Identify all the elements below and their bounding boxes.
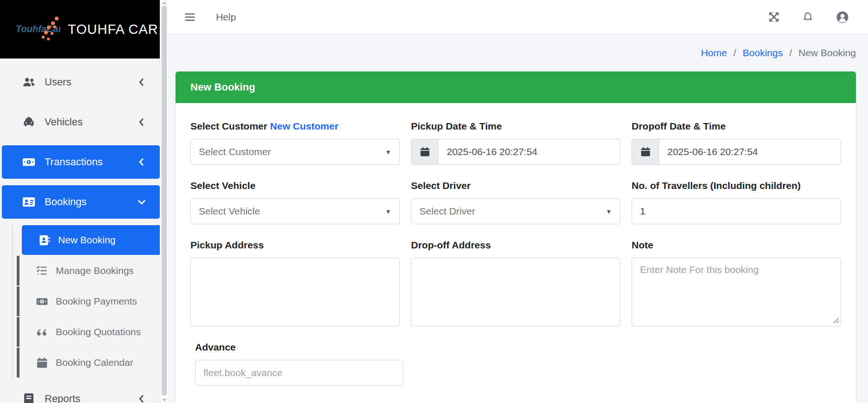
breadcrumb: Home / Bookings / New Booking	[176, 46, 856, 60]
breadcrumb-bookings[interactable]: Bookings	[743, 47, 783, 58]
select-driver-label: Select Driver	[411, 180, 620, 191]
scrollbar-up-arrow[interactable]	[162, 1, 167, 4]
note-group: Note	[632, 240, 841, 326]
breadcrumb-home[interactable]: Home	[701, 47, 727, 58]
breadcrumb-current: New Booking	[798, 47, 856, 58]
chevron-down-icon	[137, 197, 147, 207]
travellers-group: No. of Travellers (Including children)	[632, 180, 841, 224]
sidebar-item-reports[interactable]: Reports	[2, 382, 160, 403]
dropoff-address-group: Drop-off Address	[411, 240, 620, 326]
menu-toggle-button[interactable]	[183, 11, 196, 24]
select-vehicle-label: Select Vehicle	[190, 180, 400, 191]
calendar-icon[interactable]	[411, 139, 438, 165]
pickup-datetime-label: Pickup Date & Time	[411, 121, 620, 132]
breadcrumb-separator: /	[789, 47, 792, 58]
fullscreen-icon[interactable]	[768, 11, 780, 23]
chevron-left-icon	[137, 77, 147, 87]
select-driver-group: Select Driver Select Driver	[411, 180, 620, 224]
sidebar-item-manage-bookings[interactable]: Manage Bookings	[17, 256, 160, 286]
sidebar-item-booking-payments[interactable]: Booking Payments	[17, 286, 160, 316]
select-vehicle-dropdown[interactable]: Select Vehicle	[190, 198, 400, 224]
select-customer-group: Select Customer New Customer Select Cust…	[190, 121, 400, 165]
report-icon	[21, 391, 36, 403]
pickup-datetime-input[interactable]	[438, 139, 620, 165]
calendar-icon	[35, 355, 48, 370]
brand-logo: TouhfaCar	[16, 13, 60, 45]
scrollbar-down-arrow[interactable]	[162, 399, 167, 402]
bookings-submenu: New Booking Manage Bookings Booking Paym…	[0, 225, 160, 377]
car-icon	[21, 115, 36, 130]
advance-label: Advance	[195, 342, 841, 353]
dropoff-address-label: Drop-off Address	[411, 240, 620, 251]
pickup-address-textarea[interactable]	[190, 258, 400, 326]
address-book-icon	[38, 233, 51, 247]
topbar-actions	[768, 10, 849, 24]
card-body: Select Customer New Customer Select Cust…	[176, 103, 856, 403]
card-title: New Booking	[176, 72, 856, 103]
chevron-left-icon	[137, 157, 147, 167]
chevron-left-icon	[137, 117, 147, 127]
note-textarea[interactable]	[632, 258, 841, 326]
dropoff-datetime-label: Dropoff Date & Time	[632, 121, 841, 132]
scrollbar-thumb[interactable]	[162, 6, 167, 396]
brand-header[interactable]: TouhfaCar TOUHFA CAR	[0, 0, 160, 58]
sidebar-nav: Users Vehicles Transactions	[0, 58, 160, 403]
chevron-left-icon	[137, 394, 147, 403]
money-bill-icon	[21, 155, 36, 169]
select-customer-label: Select Customer New Customer	[190, 121, 400, 132]
new-customer-link[interactable]: New Customer	[270, 121, 339, 131]
sidebar-item-new-booking[interactable]: New Booking	[22, 225, 160, 255]
dropoff-datetime-input[interactable]	[659, 139, 841, 165]
quote-icon	[35, 325, 48, 339]
app-window: TouhfaCar TOUHFA CAR Users	[0, 0, 868, 403]
users-icon	[21, 75, 36, 90]
svg-text:TouhfaCar: TouhfaCar	[16, 24, 60, 34]
select-driver-dropdown[interactable]: Select Driver	[411, 198, 620, 224]
money-bill-icon	[35, 294, 48, 309]
main-area: Help Home / Bookings / New Booking New B…	[168, 0, 868, 403]
new-booking-card: New Booking Select Customer New Customer…	[176, 72, 856, 403]
user-avatar-icon[interactable]	[835, 10, 849, 24]
brand-name: TOUHFA CAR	[68, 22, 158, 37]
pickup-address-label: Pickup Address	[190, 240, 400, 251]
sidebar: TouhfaCar TOUHFA CAR Users	[0, 0, 160, 403]
sidebar-item-booking-calendar[interactable]: Booking Calendar	[17, 348, 160, 377]
calendar-icon[interactable]	[632, 139, 659, 165]
sidebar-scrollbar[interactable]	[160, 0, 168, 403]
sidebar-item-users[interactable]: Users	[2, 65, 160, 99]
id-card-icon	[21, 195, 36, 209]
dropoff-datetime-group: Dropoff Date & Time	[632, 121, 841, 165]
select-customer-dropdown[interactable]: Select Customer	[190, 139, 400, 165]
help-link[interactable]: Help	[216, 12, 236, 23]
notifications-bell-icon[interactable]	[802, 11, 814, 23]
advance-input[interactable]	[195, 360, 403, 386]
dropoff-address-textarea[interactable]	[411, 258, 620, 326]
sidebar-item-bookings[interactable]: Bookings	[2, 185, 160, 219]
select-vehicle-group: Select Vehicle Select Vehicle	[190, 180, 400, 224]
travellers-label: No. of Travellers (Including children)	[632, 180, 841, 191]
advance-group: Advance	[195, 342, 841, 386]
sidebar-item-booking-quotations[interactable]: Booking Quotations	[17, 317, 160, 347]
note-label: Note	[632, 240, 841, 251]
sidebar-item-vehicles[interactable]: Vehicles	[2, 105, 160, 139]
topbar: Help	[168, 0, 868, 34]
pickup-address-group: Pickup Address	[190, 240, 400, 326]
travellers-input[interactable]	[632, 198, 841, 224]
breadcrumb-separator: /	[733, 47, 736, 58]
tasks-icon	[35, 263, 48, 278]
sidebar-item-transactions[interactable]: Transactions	[2, 145, 160, 179]
pickup-datetime-group: Pickup Date & Time	[411, 121, 620, 165]
